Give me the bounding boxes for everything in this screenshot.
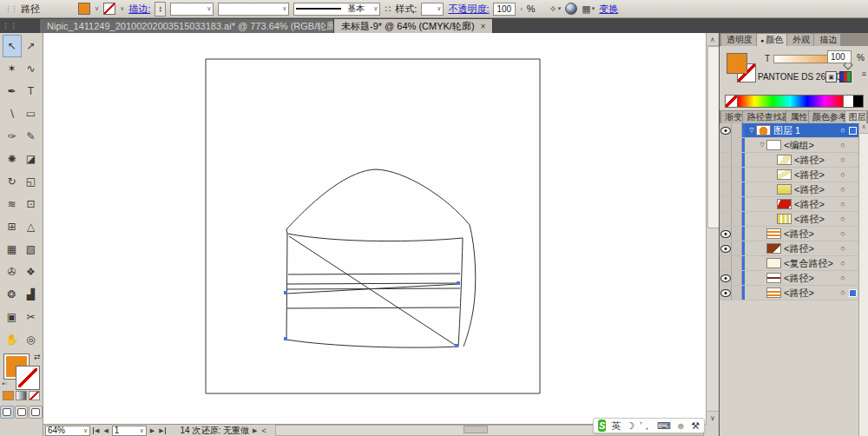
lock-toggle[interactable] (732, 227, 742, 241)
layer-thumbnail[interactable] (777, 199, 792, 209)
layer-row[interactable]: <路径> ○ (720, 168, 858, 182)
layer-row[interactable]: <路径> ○ (720, 182, 858, 197)
color-spectrum[interactable] (725, 95, 864, 108)
lock-toggle[interactable] (732, 271, 742, 285)
layer-thumbnail[interactable] (766, 228, 781, 239)
anchor-point[interactable] (284, 337, 287, 340)
stroke-swatch[interactable] (16, 367, 39, 389)
eyedropper-tool[interactable]: ✇ (3, 261, 22, 283)
stroke-weight-combo[interactable]: ∨ (170, 3, 214, 16)
none-button[interactable] (29, 391, 40, 400)
visibility-toggle[interactable] (720, 197, 732, 211)
panel-tab[interactable]: ● 颜色 (757, 34, 786, 46)
visibility-toggle[interactable] (720, 241, 732, 255)
layer-thumbnail[interactable] (756, 125, 771, 135)
pencil-tool[interactable]: ✎ (22, 125, 41, 148)
layer-row[interactable]: <路径> ○ (720, 153, 858, 168)
visibility-toggle[interactable] (720, 138, 732, 152)
magic-wand-tool[interactable]: ✶ (3, 57, 22, 80)
transform-link[interactable]: 变换 (599, 3, 618, 16)
target-circle[interactable]: ○ (837, 185, 849, 194)
visibility-toggle[interactable] (720, 168, 732, 182)
layer-thumbnail[interactable] (766, 273, 781, 283)
visibility-toggle[interactable] (720, 227, 732, 241)
user-icon[interactable]: ☻ (676, 420, 687, 431)
draw-inside-button[interactable] (29, 406, 43, 419)
anchor-point[interactable] (455, 344, 458, 347)
layer-label[interactable]: <复合路径> (784, 257, 833, 270)
expand-triangle-icon[interactable]: ▽ (758, 142, 766, 149)
target-circle[interactable]: ○ (837, 126, 849, 135)
type-tool[interactable]: T (22, 80, 41, 102)
lasso-tool[interactable]: ∿ (22, 57, 41, 80)
spectrum-ramp[interactable] (738, 96, 843, 107)
eraser-tool[interactable]: ◪ (22, 148, 41, 170)
color-button[interactable] (3, 391, 14, 400)
fill-color-swatch[interactable] (78, 3, 90, 15)
shape-options-icon[interactable]: ∷ (385, 3, 391, 15)
status-expand-icon[interactable]: ▶ (252, 427, 258, 434)
lock-toggle[interactable] (732, 153, 742, 167)
scroll-up-icon[interactable]: ∧ (707, 33, 719, 46)
swap-fill-stroke-icon[interactable]: ⇄ (34, 353, 41, 361)
layers-scrollbar[interactable]: ∧ ∨ (858, 123, 868, 436)
paintbrush-tool[interactable]: ✑ (3, 125, 22, 148)
stroke-weight-stepper[interactable]: ▴▾ (155, 2, 166, 17)
canvas[interactable] (43, 33, 706, 424)
cake-layer-line-2[interactable] (287, 283, 460, 284)
stroke-link[interactable]: 描边: (128, 3, 150, 16)
artboard-combo[interactable]: 1 ∨ (112, 426, 147, 436)
shape-builder-tool[interactable]: ⊞ (3, 215, 22, 238)
target-circle[interactable]: ○ (837, 259, 849, 268)
free-transform-tool[interactable]: ⊡ (22, 193, 41, 215)
cake-front-right-path[interactable] (458, 238, 463, 347)
spinner-down-icon[interactable]: ▾ (160, 9, 162, 12)
blend-tool[interactable]: ❖ (22, 261, 41, 283)
opacity-chevron-icon[interactable]: › (520, 6, 522, 12)
direct-selection-tool[interactable]: ↗ (22, 35, 41, 57)
draw-normal-button[interactable] (0, 406, 14, 419)
artboard-tool[interactable]: ▣ (3, 306, 22, 328)
fill-proxy-swatch[interactable] (727, 53, 747, 74)
layer-thumbnail[interactable] (777, 155, 792, 165)
target-circle[interactable]: ○ (837, 141, 849, 149)
stroke-color-swatch[interactable] (103, 3, 115, 15)
layer-row[interactable]: <路径> ○ (720, 241, 858, 256)
default-fill-stroke-icon[interactable]: ▪▫ (3, 380, 8, 387)
rotate-tool[interactable]: ↻ (3, 170, 22, 193)
layer-label[interactable]: <路径> (784, 287, 814, 300)
vertical-scrollbar[interactable]: ∧ ∨ (706, 33, 719, 424)
spectrum-none-swatch[interactable] (726, 96, 738, 107)
anchor-point[interactable] (284, 291, 287, 294)
column-graph-tool[interactable]: ▟ (22, 283, 41, 306)
align-options-icon[interactable]: ▦▾ (582, 3, 595, 15)
soft-keyboard-icon[interactable]: ⌨ (657, 420, 671, 432)
layer-label[interactable]: <路径> (794, 183, 825, 196)
panel-tab[interactable]: 图层 (845, 111, 866, 123)
target-circle[interactable]: ○ (837, 215, 849, 223)
panel-tab[interactable]: 透明度 (721, 34, 756, 46)
gradient-tool[interactable]: ▧ (22, 238, 41, 261)
visibility-toggle[interactable] (720, 286, 732, 300)
cake-front-top-path[interactable] (287, 234, 463, 241)
cake-layer-line-4[interactable] (287, 307, 459, 308)
pen-tool[interactable]: ✒ (3, 80, 22, 102)
sogou-logo-icon[interactable]: S (598, 419, 606, 432)
lock-toggle[interactable] (732, 123, 742, 137)
symbol-sprayer-tool[interactable]: ❂ (3, 283, 22, 306)
document-tab[interactable]: 未标题-9* @ 64% (CMYK/轮廓) × (334, 19, 493, 33)
layer-label[interactable]: <路径> (794, 154, 825, 167)
next-artboard-button[interactable]: ▶ (149, 427, 155, 434)
panel-tab[interactable]: 外观 (787, 34, 813, 46)
out-of-gamut-icon[interactable] (839, 71, 852, 83)
scroll-down-icon[interactable]: ∨ (707, 411, 719, 424)
layer-thumbnail[interactable] (766, 287, 781, 298)
lock-toggle[interactable] (732, 256, 742, 270)
layer-label[interactable]: <路径> (784, 242, 814, 255)
cake-tip-path[interactable] (286, 229, 287, 234)
hscroll-thumb[interactable] (464, 426, 488, 433)
input-mode-toggle[interactable]: 英 (611, 419, 621, 433)
style-combo[interactable]: ∨ (421, 3, 444, 16)
layer-row[interactable]: <路径> ○ (720, 212, 858, 227)
scroll-left-icon[interactable]: < (260, 426, 266, 435)
